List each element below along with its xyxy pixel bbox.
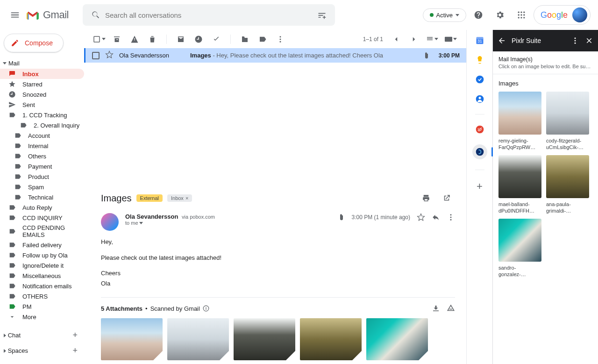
calendar-icon[interactable]: 31 <box>475 36 484 45</box>
more-vert-icon[interactable] <box>447 213 455 221</box>
attachment-thumb[interactable] <box>101 318 163 360</box>
chevron-down-icon <box>434 38 438 40</box>
archive-button[interactable] <box>108 31 125 48</box>
sidebar-label-technical[interactable]: Technical <box>0 192 84 202</box>
spaces-section[interactable]: Spaces+ <box>0 343 84 358</box>
move-button[interactable] <box>236 31 253 48</box>
tasks-icon[interactable] <box>475 75 484 84</box>
sidebar-item-starred[interactable]: Starred <box>0 79 84 89</box>
prev-page-button[interactable] <box>388 31 405 48</box>
sidebar-label-payment[interactable]: Payment <box>0 161 84 171</box>
label-icon <box>14 173 21 180</box>
labels-button[interactable] <box>254 31 271 48</box>
open-new-button[interactable] <box>438 190 455 207</box>
next-page-button[interactable] <box>406 31 422 48</box>
attachment-thumb[interactable] <box>300 318 362 360</box>
message-list-row[interactable]: Ola Sevandersson Images - Hey, Please ch… <box>84 48 466 63</box>
reply-icon[interactable] <box>432 213 440 221</box>
panel-image-grid: remy-gieling-FarQqPzpRW…cody-fitzgerald-… <box>498 92 592 278</box>
content-area: 1–1 of 1 Ola Sevandersson Images - Hey, … <box>84 30 466 364</box>
status-pill[interactable]: Active <box>423 8 466 22</box>
close-icon[interactable]: × <box>185 195 188 201</box>
right-rail: 31 + <box>466 30 492 364</box>
sidebar-item-snoozed[interactable]: Snoozed <box>0 89 84 100</box>
select-all-checkbox[interactable] <box>91 31 107 48</box>
row-star[interactable] <box>105 50 114 60</box>
row-checkbox[interactable] <box>92 52 100 59</box>
mark-unread-button[interactable] <box>172 31 189 48</box>
panel-image-card[interactable]: mael-balland-dPu0INDFFH… <box>498 155 541 214</box>
todoist-icon[interactable] <box>475 125 484 134</box>
sender-avatar[interactable] <box>101 213 119 231</box>
sidebar-label-follow-up[interactable]: Follow up by Ola <box>0 250 84 260</box>
plus-icon[interactable]: + <box>72 330 78 340</box>
search-options-icon[interactable] <box>317 10 327 20</box>
sidebar-label-ccd-tracking[interactable]: 1. CCD Tracking <box>0 110 84 120</box>
sidebar-label-auto-reply[interactable]: Auto Reply <box>0 202 84 213</box>
mail-heading[interactable]: Mail <box>0 58 84 69</box>
sidebar-label-spam[interactable]: Spam <box>0 182 84 192</box>
sidebar-label-misc[interactable]: Miscellaneous <box>0 271 84 281</box>
back-arrow-icon[interactable] <box>498 36 506 45</box>
sidebar-label-notifications[interactable]: Notification emails <box>0 281 84 291</box>
sidebar-label-ignore[interactable]: Ignore/Delete it <box>0 260 84 271</box>
search-input[interactable] <box>105 11 313 19</box>
info-icon[interactable] <box>203 305 209 312</box>
delete-button[interactable] <box>144 31 161 48</box>
panel-image-card[interactable]: remy-gieling-FarQqPzpRW… <box>498 92 541 150</box>
recipients-toggle[interactable]: to me <box>125 220 331 226</box>
sidebar-label-account[interactable]: Account <box>0 130 84 141</box>
compose-button[interactable]: Compose <box>4 34 64 52</box>
print-button[interactable] <box>418 190 434 207</box>
inbox-icon <box>8 70 16 78</box>
panel-image-card[interactable]: sandro-gonzalez-… <box>498 219 541 278</box>
keep-icon[interactable] <box>475 55 484 64</box>
account-badge[interactable]: Google <box>534 5 591 25</box>
sidebar-label-pm[interactable]: PM <box>0 301 84 312</box>
save-drive-icon[interactable] <box>447 304 455 313</box>
sidebar-item-sent[interactable]: Sent <box>0 100 84 110</box>
sidebar-label-others2[interactable]: OTHERS <box>0 291 84 301</box>
attachment-thumb[interactable] <box>167 318 229 360</box>
status-dot-icon <box>430 13 434 17</box>
main-menu-button[interactable] <box>4 4 26 26</box>
gmail-logo[interactable]: Gmail <box>26 9 69 21</box>
star-icon[interactable] <box>417 213 425 221</box>
input-tools[interactable] <box>442 36 460 43</box>
support-button[interactable] <box>469 6 488 24</box>
sidebar-label-internal[interactable]: Internal <box>0 141 84 151</box>
svg-point-8 <box>523 17 525 18</box>
attachment-thumb[interactable] <box>234 318 295 360</box>
search-bar[interactable] <box>83 4 335 26</box>
row-time: 3:00 PM <box>439 52 460 59</box>
more-button[interactable] <box>272 31 289 48</box>
add-task-button[interactable] <box>208 31 225 48</box>
get-addons-button[interactable]: + <box>477 180 483 193</box>
inbox-chip[interactable]: Inbox× <box>167 194 192 202</box>
sidebar-label-overall-inquiry[interactable]: 2. Overall Inquiry <box>0 120 84 130</box>
sidebar-more[interactable]: More <box>0 312 84 322</box>
pixlr-addon-icon[interactable] <box>472 144 487 159</box>
contacts-icon[interactable] <box>475 94 484 104</box>
panel-image-card[interactable]: ana-paula-grimaldi-… <box>546 155 589 214</box>
snooze-button[interactable] <box>190 31 207 48</box>
avatar[interactable] <box>572 7 587 22</box>
spam-button[interactable] <box>126 31 143 48</box>
panel-image-card[interactable]: cody-fitzgerald-uCmLsibgCik-… <box>546 92 589 150</box>
sidebar-label-others[interactable]: Others <box>0 151 84 161</box>
sidebar-label-failed-delivery[interactable]: Failed delivery <box>0 240 84 250</box>
download-all-icon[interactable] <box>432 304 440 313</box>
attachment-thumb[interactable] <box>366 318 428 360</box>
apps-button[interactable] <box>512 6 531 24</box>
settings-button[interactable] <box>491 6 509 24</box>
chat-section[interactable]: Chat+ <box>0 328 84 343</box>
panel-image-thumb <box>498 155 541 198</box>
sidebar-item-inbox[interactable]: Inbox <box>0 69 84 79</box>
sidebar-label-product[interactable]: Product <box>0 171 84 182</box>
split-toggle[interactable] <box>423 35 441 44</box>
more-vert-icon[interactable] <box>571 36 579 45</box>
close-icon[interactable] <box>585 36 593 45</box>
plus-icon[interactable]: + <box>72 346 78 356</box>
sidebar-label-ccd-pending[interactable]: CCD PENDING EMAILS <box>0 223 84 240</box>
sidebar-label-ccd-inquiry[interactable]: CCD INQUIRY <box>0 213 84 223</box>
